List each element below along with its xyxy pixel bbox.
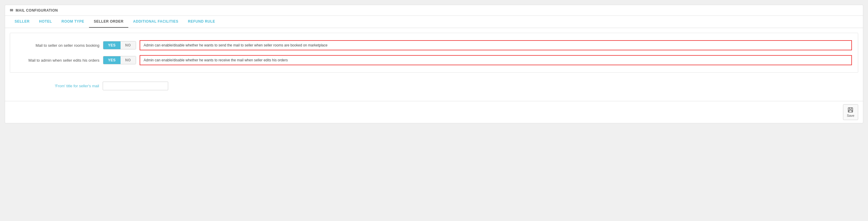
tab-room-type[interactable]: ROOM TYPE [57, 16, 89, 28]
toggle-yes-seller-edits[interactable]: YES [103, 56, 121, 64]
setting-row-seller-edits: Mail to admin when seller edits his orde… [16, 53, 852, 67]
setting-label-seller-edits: Mail to admin when seller edits his orde… [16, 58, 99, 62]
from-title-input[interactable] [103, 82, 168, 90]
tab-content: Mail to seller on seller rooms booking Y… [5, 28, 863, 98]
settings-box: Mail to seller on seller rooms booking Y… [10, 33, 858, 73]
toggle-yes-seller-booking[interactable]: YES [103, 42, 121, 49]
from-title-section: 'From' title for seller's mail [10, 79, 858, 93]
tab-seller-order[interactable]: SELLER ORDER [89, 16, 128, 28]
tab-hotel[interactable]: HOTEL [34, 16, 57, 28]
save-icon [847, 107, 854, 113]
toggle-no-seller-edits[interactable]: NO [121, 56, 136, 64]
from-title-label: 'From' title for seller's mail [16, 84, 99, 88]
tabs-bar: SELLER HOTEL ROOM TYPE SELLER ORDER ADDI… [5, 16, 863, 28]
main-card: ✉ MAIL CONFIGURATION SELLER HOTEL ROOM T… [5, 5, 863, 123]
save-label: Save [847, 114, 854, 117]
page-wrapper: ✉ MAIL CONFIGURATION SELLER HOTEL ROOM T… [0, 0, 868, 221]
card-header: ✉ MAIL CONFIGURATION [5, 5, 863, 16]
toggle-group-seller-booking: YES NO [103, 41, 136, 50]
card-title: MAIL CONFIGURATION [16, 8, 58, 12]
save-area: Save [5, 101, 863, 123]
tab-additional-facilities[interactable]: ADDITIONAL FACILITIES [128, 16, 183, 28]
tab-seller[interactable]: SELLER [10, 16, 34, 28]
tab-refund-rule[interactable]: REFUND RULE [183, 16, 220, 28]
mail-icon: ✉ [10, 8, 13, 12]
toggle-no-seller-booking[interactable]: NO [121, 42, 136, 49]
setting-label-seller-booking: Mail to seller on seller rooms booking [16, 43, 99, 48]
save-button[interactable]: Save [843, 104, 858, 120]
toggle-group-seller-edits: YES NO [103, 56, 136, 64]
setting-row-seller-booking: Mail to seller on seller rooms booking Y… [16, 38, 852, 53]
description-seller-booking: Admin can enable/disable whether he want… [140, 40, 852, 50]
description-seller-edits: Admin can enable/disable whether he want… [140, 55, 852, 65]
